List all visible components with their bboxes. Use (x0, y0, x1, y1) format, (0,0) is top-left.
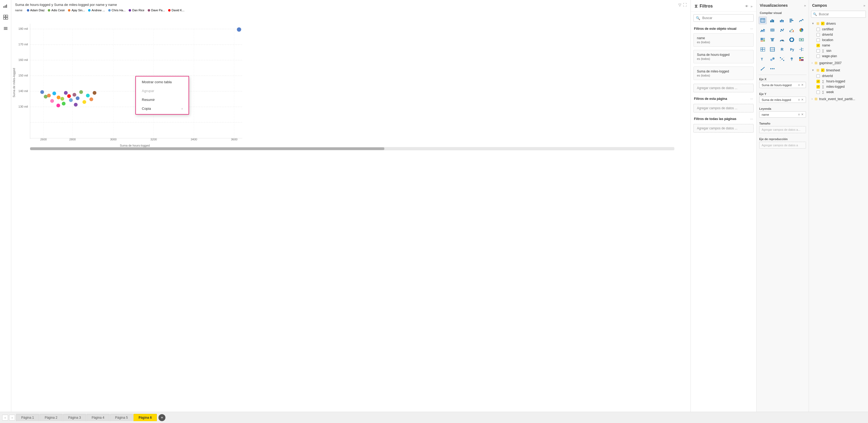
viz-eje-x-remove-icon[interactable]: ✕ (801, 83, 804, 87)
viz-eje-y-chip[interactable]: Suma de miles-logged ∨ ✕ (759, 97, 806, 103)
field-item-wageplan[interactable]: wage-plan (809, 54, 868, 59)
field-item-driverId[interactable]: driverId (809, 32, 868, 37)
viz-icon-card[interactable]: 123 (768, 45, 776, 53)
context-menu-resumir[interactable]: Resumir (136, 95, 189, 104)
viz-icon-hbar[interactable] (788, 17, 796, 24)
certified-checkbox[interactable] (816, 28, 820, 31)
viz-icon-scatter[interactable] (778, 26, 786, 34)
viz-icon-donut[interactable] (788, 36, 796, 43)
viz-icon-bar[interactable] (768, 17, 776, 24)
ssn-checkbox[interactable] (816, 49, 820, 53)
expand-icon[interactable]: ⛶ (683, 3, 687, 7)
viz-icon-table[interactable] (759, 17, 767, 24)
field-item-miles-logged[interactable]: ∑ miles-logged (809, 84, 868, 89)
hours-logged-checkbox[interactable] (816, 80, 820, 83)
miles-logged-checkbox[interactable] (816, 85, 820, 89)
viz-icon-ellipsis[interactable] (768, 65, 776, 72)
svg-rect-8 (4, 27, 7, 28)
viz-icon-palette[interactable] (797, 55, 805, 63)
location-checkbox[interactable] (816, 38, 820, 42)
filter-add-page-btn[interactable]: Agregar campos de datos ... (693, 104, 753, 112)
viz-eje-repro-placeholder[interactable]: Agregar campos de datos a (759, 142, 806, 149)
viz-eje-x-chip[interactable]: Suma de hours-logged ∨ ✕ (759, 82, 806, 88)
filter-section-visual-menu[interactable]: ··· (750, 27, 753, 31)
field-group-truck-header[interactable]: › ⊞ truck_event_text_partiti... (809, 96, 868, 102)
chart-sidebar-icon[interactable] (2, 2, 9, 10)
field-group-gapminer-header[interactable]: › ⊞ gapminer_2007 (809, 60, 868, 66)
fields-search-input[interactable] (811, 11, 866, 18)
viz-leyenda-remove-icon[interactable]: ✕ (801, 113, 804, 116)
field-item-ssn[interactable]: ∑ ssn (809, 48, 868, 54)
viz-icon-scatter2[interactable] (778, 55, 786, 63)
chart-scrollbar-thumb[interactable] (30, 148, 384, 150)
field-item-week[interactable]: ∑ week (809, 89, 868, 95)
viz-icon-treemap[interactable] (759, 36, 767, 43)
viz-icon-decomp[interactable] (797, 45, 805, 53)
field-item-location[interactable]: location (809, 37, 868, 43)
viz-icon-text[interactable]: T (759, 55, 767, 63)
grid-sidebar-icon[interactable] (2, 13, 9, 21)
ts-driverId-checkbox[interactable] (816, 74, 820, 78)
filter-add-all-btn[interactable]: Agregar campos de datos ... (693, 124, 753, 133)
tab-page3[interactable]: Página 3 (63, 414, 86, 421)
filter-eye-icon[interactable]: 👁 (745, 4, 748, 8)
tab-page4[interactable]: Página 4 (87, 414, 109, 421)
viz-leyenda-dropdown-icon[interactable]: ∨ (798, 113, 800, 116)
tab-add-btn[interactable]: + (158, 414, 165, 421)
viz-icon-R[interactable]: R (778, 45, 786, 53)
viz-icon-python[interactable]: Py (788, 45, 796, 53)
viz-icon-funnel[interactable] (768, 36, 776, 43)
viz-tamano-placeholder[interactable]: Agregar campos de datos a... (759, 126, 806, 133)
field-item-name[interactable]: name (809, 43, 868, 48)
viz-expand-icon[interactable]: » (804, 3, 806, 7)
tab-page6[interactable]: Página 6 (133, 414, 157, 421)
layers-sidebar-icon[interactable] (2, 25, 9, 32)
field-item-certified[interactable]: certified (809, 27, 868, 32)
viz-eje-y-dropdown-icon[interactable]: ∨ (798, 98, 800, 101)
viz-eje-x-dropdown-icon[interactable]: ∨ (798, 83, 800, 87)
filter-expand-icon[interactable]: » (751, 4, 752, 8)
viz-icon-line[interactable] (797, 17, 805, 24)
viz-icon-stacked-bar[interactable] (778, 17, 786, 24)
tab-prev-btn[interactable]: ‹ (2, 415, 8, 421)
viz-eje-y-remove-icon[interactable]: ✕ (801, 98, 804, 101)
legend-item-dan: Dan Rice (129, 9, 144, 12)
fields-expand-icon[interactable]: » (863, 3, 865, 7)
viz-icon-bubble[interactable] (768, 55, 776, 63)
tab-page5[interactable]: Página 5 (110, 414, 133, 421)
viz-icon-ribbon[interactable] (768, 26, 776, 34)
context-menu-copia[interactable]: Copia › (136, 104, 189, 113)
driverId-checkbox[interactable] (816, 33, 820, 36)
field-item-hours-logged[interactable]: ∑ hours-logged (809, 79, 868, 84)
tab-page2[interactable]: Página 2 (39, 414, 62, 421)
viz-leyenda-chip[interactable]: name ∨ ✕ (759, 111, 806, 118)
svg-text:170 mil: 170 mil (19, 43, 28, 46)
field-group-drivers-header[interactable]: ▼ ⊞ drivers (809, 21, 868, 27)
tab-page1[interactable]: Página 1 (16, 414, 39, 421)
field-item-ts-driverId[interactable]: driverId (809, 73, 868, 79)
viz-icon-map[interactable] (797, 36, 805, 43)
wageplan-checkbox[interactable] (816, 55, 820, 58)
viz-icon-matrix[interactable] (759, 45, 767, 53)
tab-next-btn[interactable]: › (9, 415, 15, 421)
timesheet-checkbox[interactable] (821, 68, 825, 72)
filter-icon[interactable]: ▽ (678, 3, 681, 7)
viz-icon-waterfall[interactable] (788, 26, 796, 34)
viz-icon-pie[interactable] (797, 26, 805, 34)
filter-section-all-menu[interactable]: ··· (750, 117, 753, 121)
scatter-dot-5 (52, 92, 56, 95)
context-menu-show-table[interactable]: Mostrar como tabla (136, 77, 189, 87)
svg-rect-2 (6, 5, 7, 8)
drivers-checkbox[interactable] (821, 22, 825, 25)
filter-add-visual-btn[interactable]: Agregar campos de datos ... (693, 84, 753, 92)
viz-icon-pin[interactable] (788, 55, 796, 63)
field-group-timesheet-header[interactable]: ▼ ⊞ timesheet (809, 67, 868, 73)
week-checkbox[interactable] (816, 91, 820, 94)
name-checkbox[interactable] (816, 44, 820, 47)
chart-scrollbar[interactable] (30, 147, 674, 150)
filter-section-page-menu[interactable]: ··· (750, 97, 753, 101)
filter-search-input[interactable] (693, 14, 753, 22)
viz-icon-area[interactable] (759, 26, 767, 34)
viz-icon-gauge[interactable] (778, 36, 786, 43)
viz-icon-diagonal[interactable] (759, 65, 767, 72)
